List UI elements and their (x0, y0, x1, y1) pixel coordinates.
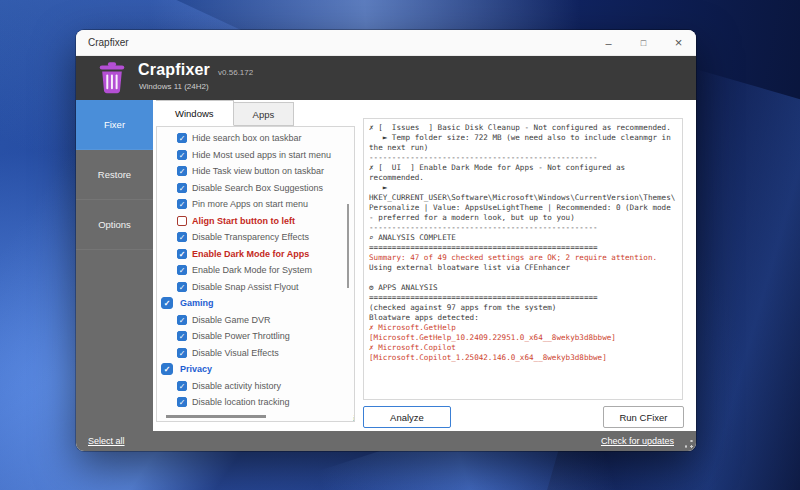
checklist-item-label: Disable Power Throttling (192, 331, 290, 341)
checklist-item[interactable]: ✓ Disable Visual Effects (157, 345, 354, 362)
log-line: ⚙ APPS ANALYSIS (369, 283, 679, 293)
checklist-items: ✓ Hide search box on taskbar ✓ Hide Most… (157, 130, 354, 422)
checklist-item[interactable]: ✓ Disable activity history (157, 378, 354, 395)
checklist-item-label: Disable location tracking (192, 397, 290, 407)
checklist-item[interactable]: ✓ Disable Snap Assist Flyout (157, 279, 354, 296)
run-cfixer-button-label: Run CFixer (619, 412, 667, 423)
checklist-item-label: Pin more Apps on start menu (192, 199, 308, 209)
desktop-wallpaper: Crapfixer – □ × Crapfixer v0.56.172 Wind… (0, 0, 800, 490)
horizontal-scrollbar[interactable] (166, 415, 266, 418)
checklist-item[interactable]: ✓ Gaming (157, 295, 354, 312)
checkbox-icon[interactable]: ✓ (177, 183, 187, 193)
log-line: ----------------------------------------… (369, 223, 679, 233)
select-all-link[interactable]: Select all (88, 436, 125, 446)
log-line: ► Temp folder size: 722 MB (we need also… (369, 133, 679, 153)
sidebar: Fixer Restore Options (76, 100, 153, 431)
sidebar-item[interactable]: Options (76, 200, 153, 250)
app-header: Crapfixer v0.56.172 Windows 11 (24H2) (76, 56, 696, 100)
log-line: ✗ Microsoft.GetHelp [Microsoft.GetHelp_1… (369, 323, 679, 343)
sidebar-item[interactable]: Fixer (76, 100, 153, 150)
crapfixer-window: Crapfixer – □ × Crapfixer v0.56.172 Wind… (76, 30, 696, 451)
checklist-item[interactable]: ✓ Disable Search Box Suggestions (157, 180, 354, 197)
resize-grip-icon[interactable] (684, 439, 693, 448)
sidebar-item[interactable]: Restore (76, 150, 153, 200)
checkbox-icon[interactable]: ✓ (177, 199, 187, 209)
checklist-item[interactable]: ✓ Disable location tracking (157, 394, 354, 411)
titlebar[interactable]: Crapfixer – □ × (76, 30, 696, 56)
analyze-button-label: Analyze (390, 412, 424, 423)
checklist-item-label: Align Start button to left (192, 216, 295, 226)
app-version: v0.56.172 (218, 68, 253, 77)
horizontal-scrollbar-track (158, 412, 353, 421)
window-title: Crapfixer (88, 37, 129, 48)
analyze-button[interactable]: Analyze (363, 406, 451, 428)
os-label: Windows 11 (24H2) (139, 82, 209, 91)
log-line: Summary: 47 of 49 checked settings are O… (369, 253, 679, 263)
checklist-item[interactable]: ✓ Hide Task view button on taskbar (157, 163, 354, 180)
checklist-item-label: Disable Game DVR (192, 315, 271, 325)
close-button[interactable]: × (661, 30, 696, 55)
checkbox-icon[interactable]: ✓ (177, 150, 187, 160)
log-line: ========================================… (369, 293, 679, 303)
tab-label: Apps (253, 109, 275, 120)
app-name: Crapfixer (138, 61, 210, 79)
sidebar-item-label: Restore (98, 169, 131, 180)
tab[interactable]: Windows (156, 100, 234, 126)
checkbox-icon[interactable]: ✓ (177, 397, 187, 407)
analysis-log[interactable]: ✗ [ Issues ] Basic Disk Cleanup - Not co… (363, 118, 683, 400)
checklist-item-label: Privacy (180, 364, 212, 374)
checklist-item[interactable]: ✓ Enable Dark Mode for System (157, 262, 354, 279)
tab-label: Windows (175, 108, 214, 119)
checklist-item[interactable]: ✓ Hide search box on taskbar (157, 130, 354, 147)
checkbox-icon[interactable]: ✓ (177, 166, 187, 176)
log-line: ✗ [ UI ] Enable Dark Mode for Apps - Not… (369, 163, 679, 183)
checklist-item[interactable]: ✓ Disable Transparency Effects (157, 229, 354, 246)
checklist-item[interactable]: ✓ Enable Dark Mode for Apps (157, 246, 354, 263)
checklist-item-label: Hide Task view button on taskbar (192, 166, 324, 176)
checklist-item[interactable]: ✓ Align Start button to left (157, 213, 354, 230)
checklist-item[interactable]: ✓ Hide Most used apps in start menu (157, 147, 354, 164)
checkbox-icon[interactable]: ✓ (177, 282, 187, 292)
sidebar-item-label: Fixer (104, 119, 125, 130)
settings-checklist: ✓ Hide search box on taskbar ✓ Hide Most… (156, 126, 355, 422)
log-line (369, 273, 679, 283)
minimize-button[interactable]: – (591, 30, 626, 55)
sidebar-item-label: Options (98, 219, 131, 230)
checkbox-icon[interactable]: ✓ (177, 381, 187, 391)
checkbox-icon[interactable]: ✓ (177, 315, 187, 325)
check-for-updates-link[interactable]: Check for updates (601, 436, 674, 446)
log-line: Using external bloatware list via CFEnha… (369, 263, 679, 273)
checkbox-icon[interactable]: ✓ (177, 348, 187, 358)
app-title-row: Crapfixer v0.56.172 (138, 61, 253, 79)
checklist-item-label: Disable Visual Effects (192, 348, 279, 358)
window-body: Fixer Restore Options Windows (76, 100, 696, 431)
checklist-item[interactable]: ✓ Pin more Apps on start menu (157, 196, 354, 213)
checklist-item-label: Disable Transparency Effects (192, 232, 309, 242)
vertical-scrollbar[interactable] (347, 204, 349, 288)
checkbox-icon[interactable]: ✓ (177, 133, 187, 143)
checkbox-icon[interactable]: ✓ (177, 216, 187, 226)
checklist-item[interactable]: ✓ Disable Power Throttling (157, 328, 354, 345)
maximize-button[interactable]: □ (626, 30, 661, 55)
checklist-item-label: Hide Most used apps in start menu (192, 150, 331, 160)
log-line: (checked against 97 apps from the system… (369, 303, 679, 313)
log-line: ✗ [ Issues ] Basic Disk Cleanup - Not co… (369, 123, 679, 133)
checklist-item-label: Gaming (180, 298, 214, 308)
checklist-item-label: Disable Search Box Suggestions (192, 183, 323, 193)
run-cfixer-button[interactable]: Run CFixer (603, 406, 684, 428)
checkbox-icon[interactable]: ✓ (177, 331, 187, 341)
checkbox-icon[interactable]: ✓ (177, 265, 187, 275)
checklist-item[interactable]: ✓ Privacy (157, 361, 354, 378)
checkbox-icon[interactable]: ✓ (177, 232, 187, 242)
tab[interactable]: Apps (234, 102, 295, 126)
checkbox-icon[interactable]: ✓ (177, 249, 187, 259)
checklist-item-label: Enable Dark Mode for Apps (192, 249, 309, 259)
log-line: ⌕ ANALYSIS COMPLETE (369, 233, 679, 243)
checklist-item-label: Disable activity history (192, 381, 281, 391)
status-bar: Select all Check for updates (76, 431, 696, 451)
checkbox-icon[interactable]: ✓ (161, 297, 173, 309)
log-line: Bloatware apps detected: (369, 313, 679, 323)
log-line: ► HKEY_CURRENT_USER\Software\Microsoft\W… (369, 183, 679, 223)
checklist-item[interactable]: ✓ Disable Game DVR (157, 312, 354, 329)
checkbox-icon[interactable]: ✓ (161, 363, 173, 375)
